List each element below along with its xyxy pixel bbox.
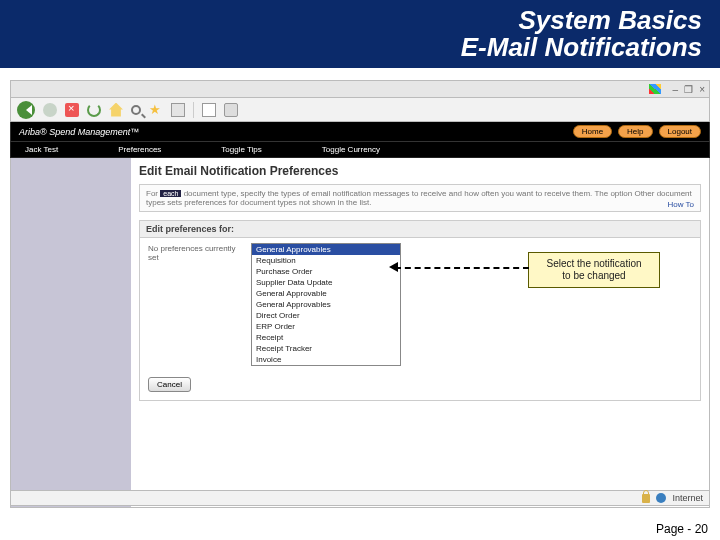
no-preferences-label: No preferences currently set [148, 243, 243, 262]
print-icon[interactable] [224, 103, 238, 117]
dropdown-option[interactable]: Invoice [252, 354, 400, 365]
browser-frame: – ❐ × ★ Ariba® Spend Management™ Home He… [10, 80, 710, 508]
page-number: Page - 20 [656, 522, 708, 536]
nav-reload-icon[interactable] [87, 103, 101, 117]
callout-arrow-line [395, 267, 529, 269]
dropdown-option[interactable]: General Approvables [252, 299, 400, 310]
dropdown-option[interactable]: General Approvable [252, 288, 400, 299]
status-zone: Internet [672, 493, 703, 503]
dropdown-option[interactable]: Receipt [252, 332, 400, 343]
nav-forward-icon[interactable] [43, 103, 57, 117]
slide-title-line2: E-Mail Notifications [461, 34, 702, 61]
slide-title-bar: System Basics E-Mail Notifications [0, 0, 720, 68]
instr-prefix: For [146, 189, 158, 198]
page-title: Edit Email Notification Preferences [139, 164, 701, 178]
nav-stop-icon[interactable] [65, 103, 79, 117]
user-name: Jack Test [25, 145, 58, 154]
ariba-brand: Ariba® Spend Management™ [19, 127, 139, 137]
history-icon[interactable] [171, 103, 185, 117]
slide-title-line1: System Basics [461, 7, 702, 34]
lock-icon [642, 494, 650, 503]
window-close-button[interactable]: × [699, 84, 705, 95]
preferences-block: Edit preferences for: No preferences cur… [139, 220, 701, 401]
window-min-button[interactable]: – [673, 84, 679, 95]
menu-preferences[interactable]: Preferences [118, 145, 161, 154]
dropdown-option[interactable]: Receipt Tracker [252, 343, 400, 354]
dropdown-selected[interactable]: General Approvables [252, 244, 400, 255]
app-body: Edit Email Notification Preferences For … [10, 158, 710, 508]
mail-icon[interactable] [202, 103, 216, 117]
dropdown-option[interactable]: Supplier Data Update [252, 277, 400, 288]
nav-home-icon[interactable] [109, 103, 123, 117]
dropdown-option[interactable]: Requisition [252, 255, 400, 266]
cancel-button[interactable]: Cancel [148, 377, 191, 392]
dropdown-option[interactable]: Purchase Order [252, 266, 400, 277]
ariba-header: Ariba® Spend Management™ Home Help Logou… [10, 122, 710, 142]
dropdown-option[interactable]: Direct Order [252, 310, 400, 321]
main-panel: Edit Email Notification Preferences For … [131, 158, 709, 507]
preferences-head: Edit preferences for: [140, 221, 700, 238]
how-to-link[interactable]: How To [667, 200, 694, 209]
nav-back-icon[interactable] [17, 101, 35, 119]
nav-search-icon[interactable] [131, 105, 141, 115]
windows-flag-icon [649, 84, 661, 94]
callout-line1: Select the notification [535, 258, 653, 270]
callout-box: Select the notification to be changed [528, 252, 660, 288]
menu-toggle-currency[interactable]: Toggle Currency [322, 145, 380, 154]
window-titlebar: – ❐ × [10, 80, 710, 98]
instr-text: document type, specify the types of emai… [146, 189, 692, 207]
globe-icon [656, 493, 666, 503]
toolbar-separator [193, 102, 194, 118]
ariba-menubar: Jack Test Preferences Toggle Tips Toggle… [10, 142, 710, 158]
home-button[interactable]: Home [573, 125, 612, 138]
favorites-icon[interactable]: ★ [149, 103, 163, 117]
help-button[interactable]: Help [618, 125, 652, 138]
callout-arrowhead-icon [384, 262, 398, 272]
sidebar [11, 158, 131, 507]
browser-toolbar: ★ [10, 98, 710, 122]
window-max-button[interactable]: ❐ [684, 84, 693, 95]
callout-line2: to be changed [535, 270, 653, 282]
instruction-box: For each document type, specify the type… [139, 184, 701, 212]
logout-button[interactable]: Logout [659, 125, 701, 138]
dropdown-option[interactable]: ERP Order [252, 321, 400, 332]
menu-toggle-tips[interactable]: Toggle Tips [221, 145, 261, 154]
doc-type-dropdown[interactable]: General Approvables Requisition Purchase… [251, 243, 401, 366]
browser-statusbar: Internet [10, 490, 710, 506]
instr-badge: each [160, 190, 181, 197]
